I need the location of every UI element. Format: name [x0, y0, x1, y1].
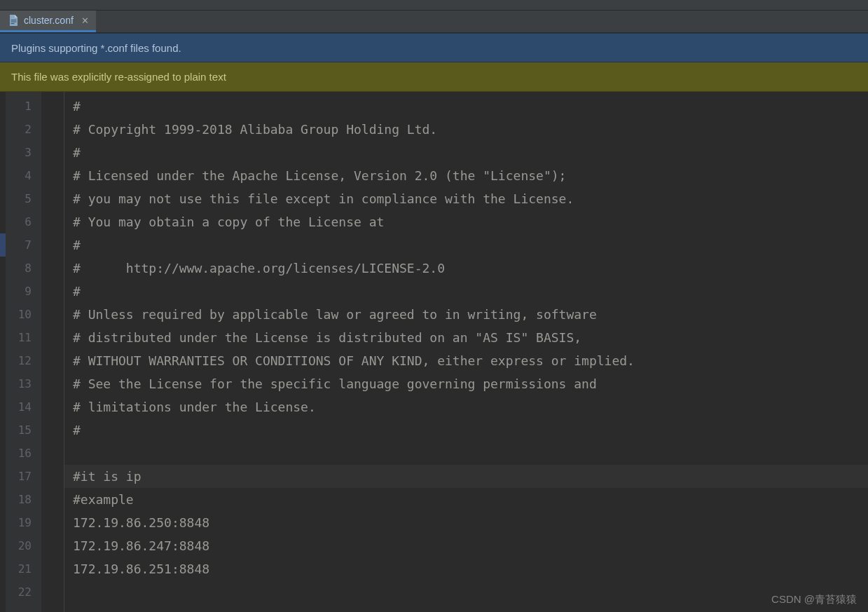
code-line[interactable]: # Licensed under the Apache License, Ver… [73, 164, 868, 187]
editor-area: 12345678910111213141516171819202122 ## C… [0, 92, 868, 612]
code-line[interactable]: # Copyright 1999-2018 Alibaba Group Hold… [73, 118, 868, 141]
line-number: 15 [6, 419, 41, 442]
code-line[interactable]: # [73, 95, 868, 118]
line-number-gutter: 12345678910111213141516171819202122 [6, 92, 42, 612]
code-line[interactable]: 172.19.86.250:8848 [73, 511, 868, 534]
line-number: 18 [6, 488, 41, 511]
close-icon[interactable]: ✕ [78, 15, 89, 26]
tab-label: cluster.conf [24, 15, 74, 26]
code-line[interactable]: # [73, 280, 868, 303]
line-number: 10 [6, 303, 41, 326]
left-margin [0, 92, 6, 612]
line-number: 11 [6, 326, 41, 349]
plugins-banner[interactable]: Plugins supporting *.conf files found. [0, 33, 868, 62]
code-line[interactable]: # Unless required by applicable law or a… [73, 303, 868, 326]
line-number: 5 [6, 187, 41, 210]
code-line[interactable] [73, 442, 868, 465]
line-number: 12 [6, 349, 41, 372]
line-number: 3 [6, 141, 41, 164]
code-line[interactable]: # you may not use this file except in co… [73, 187, 868, 210]
code-line[interactable]: # [73, 419, 868, 442]
line-number: 1 [6, 95, 41, 118]
svg-rect-2 [11, 23, 15, 24]
line-number: 16 [6, 442, 41, 465]
code-line[interactable]: 172.19.86.251:8848 [73, 557, 868, 580]
code-line[interactable]: # http://www.apache.org/licenses/LICENSE… [73, 257, 868, 280]
code-line[interactable]: # You may obtain a copy of the License a… [73, 210, 868, 233]
line-number: 14 [6, 395, 41, 419]
line-number: 4 [6, 164, 41, 187]
svg-rect-0 [11, 20, 17, 20]
line-number: 20 [6, 534, 41, 557]
code-line[interactable]: 172.19.86.247:8848 [73, 534, 868, 557]
code-line[interactable]: # [73, 233, 868, 257]
line-number: 2 [6, 118, 41, 141]
line-number: 21 [6, 557, 41, 580]
plugins-banner-text: Plugins supporting *.conf files found. [11, 42, 181, 54]
code-text-area[interactable]: ## Copyright 1999-2018 Alibaba Group Hol… [64, 92, 868, 612]
code-line[interactable]: # [73, 141, 868, 164]
reassigned-banner[interactable]: This file was explicitly re-assigned to … [0, 62, 868, 92]
line-number: 22 [6, 580, 41, 604]
code-line[interactable]: # limitations under the License. [73, 395, 868, 419]
code-line[interactable]: # distributed under the License is distr… [73, 326, 868, 349]
file-tab-cluster-conf[interactable]: cluster.conf ✕ [0, 11, 96, 32]
code-line[interactable]: # See the License for the specific langu… [73, 372, 868, 395]
line-number: 17 [6, 465, 41, 488]
gutter-separator [42, 92, 64, 612]
code-line[interactable]: # WITHOUT WARRANTIES OR CONDITIONS OF AN… [73, 349, 868, 372]
editor-tab-bar: cluster.conf ✕ [0, 11, 868, 33]
window-top-bar [0, 0, 868, 11]
line-number: 8 [6, 257, 41, 280]
file-icon [8, 15, 19, 26]
line-number: 7 [6, 233, 41, 257]
code-line[interactable] [73, 580, 868, 604]
reassigned-banner-text: This file was explicitly re-assigned to … [11, 71, 226, 83]
code-line[interactable]: #it is ip [64, 465, 868, 488]
svg-rect-1 [11, 22, 17, 22]
line-number: 19 [6, 511, 41, 534]
code-line[interactable]: #example [73, 488, 868, 511]
line-number: 13 [6, 372, 41, 395]
line-number: 6 [6, 210, 41, 233]
line-number: 9 [6, 280, 41, 303]
line-marker [0, 233, 6, 257]
